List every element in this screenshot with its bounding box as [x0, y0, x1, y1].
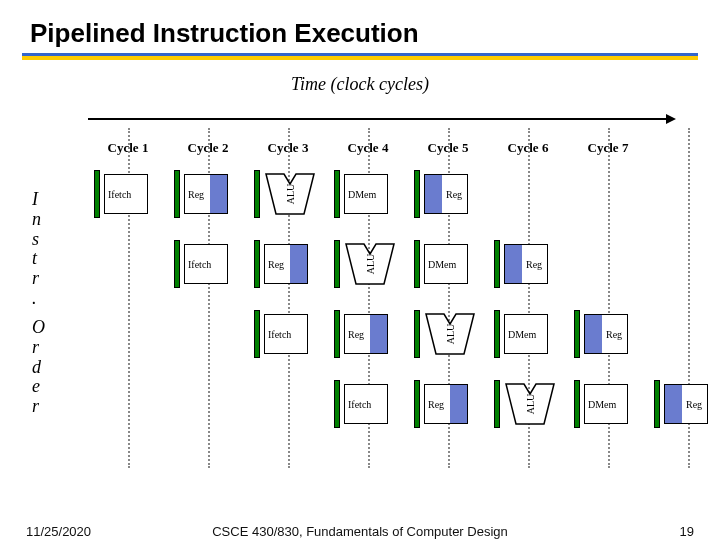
latch-icon: [414, 380, 420, 428]
dmem-stage: DMem: [424, 244, 468, 284]
reg-read-stage: Reg: [344, 314, 388, 354]
latch-icon: [414, 310, 420, 358]
alu-stage: ALU: [264, 172, 316, 216]
reg-write-stage: Reg: [664, 384, 708, 424]
latch-icon: [494, 310, 500, 358]
latch-icon: [654, 380, 660, 428]
pipeline-diagram: Cycle 1 Cycle 2 Cycle 3 Cycle 4 Cycle 5 …: [88, 118, 692, 478]
time-axis-label: Time (clock cycles): [0, 74, 720, 95]
reg-read-stage: Reg: [184, 174, 228, 214]
instr-vertical-label: Instr.: [32, 190, 41, 309]
latch-icon: [334, 240, 340, 288]
alu-stage: ALU: [344, 242, 396, 286]
latch-icon: [494, 240, 500, 288]
ifetch-stage: Ifetch: [184, 244, 228, 284]
latch-icon: [174, 170, 180, 218]
latch-icon: [254, 240, 260, 288]
title-underline-yellow: [22, 56, 698, 60]
ifetch-stage: Ifetch: [264, 314, 308, 354]
latch-icon: [414, 170, 420, 218]
ifetch-stage: Ifetch: [104, 174, 148, 214]
reg-read-stage: Reg: [264, 244, 308, 284]
reg-write-stage: Reg: [424, 174, 468, 214]
latch-icon: [254, 310, 260, 358]
dmem-stage: DMem: [344, 174, 388, 214]
latch-icon: [574, 380, 580, 428]
dmem-stage: DMem: [584, 384, 628, 424]
dmem-stage: DMem: [504, 314, 548, 354]
alu-stage: ALU: [424, 312, 476, 356]
latch-icon: [334, 310, 340, 358]
reg-write-stage: Reg: [504, 244, 548, 284]
footer-page-number: 19: [680, 524, 694, 539]
time-arrow-icon: [88, 118, 668, 120]
reg-write-stage: Reg: [584, 314, 628, 354]
latch-icon: [334, 380, 340, 428]
latch-icon: [94, 170, 100, 218]
footer-course: CSCE 430/830, Fundamentals of Computer D…: [0, 524, 720, 539]
latch-icon: [494, 380, 500, 428]
reg-read-stage: Reg: [424, 384, 468, 424]
alu-stage: ALU: [504, 382, 556, 426]
order-vertical-label: Order: [32, 318, 45, 417]
slide-title: Pipelined Instruction Execution: [0, 0, 720, 53]
latch-icon: [174, 240, 180, 288]
latch-icon: [254, 170, 260, 218]
latch-icon: [334, 170, 340, 218]
ifetch-stage: Ifetch: [344, 384, 388, 424]
latch-icon: [574, 310, 580, 358]
latch-icon: [414, 240, 420, 288]
